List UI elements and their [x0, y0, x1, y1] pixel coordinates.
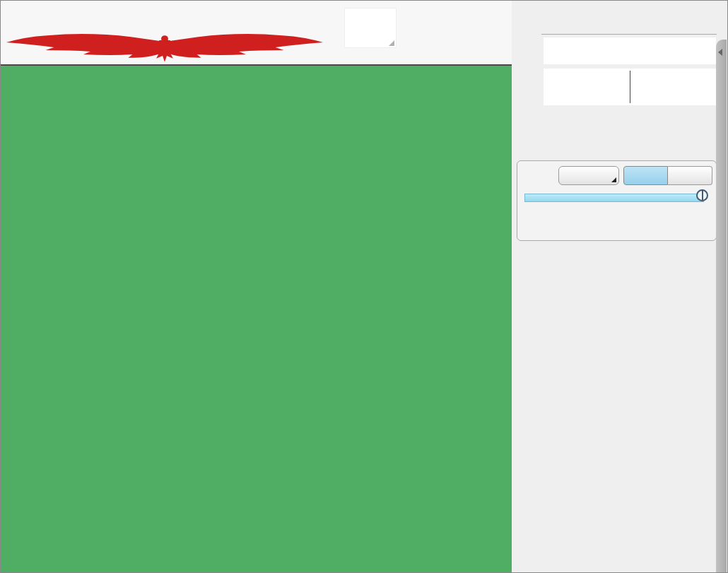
auto-mode-button[interactable]	[623, 166, 668, 185]
range-divider	[630, 71, 630, 103]
jbirds-window: ?	[0, 0, 728, 573]
rainfall-legend	[522, 336, 607, 512]
replay-slider-handle[interactable]	[696, 189, 708, 201]
overlay-list	[620, 309, 727, 573]
replay-slider-track[interactable]	[524, 194, 704, 202]
radar-map-canvas[interactable]	[1, 66, 512, 573]
range-box	[544, 69, 716, 105]
panel-divider	[541, 34, 717, 35]
station-title	[544, 37, 716, 64]
panel-collapse-handle[interactable]	[716, 40, 727, 573]
bookmark-button[interactable]	[558, 166, 619, 185]
manual-mode-button[interactable]	[668, 166, 712, 185]
replay-group	[517, 160, 717, 241]
control-panel	[512, 1, 728, 573]
eagle-logo-icon	[5, 32, 324, 63]
warning-button[interactable]	[344, 8, 397, 48]
